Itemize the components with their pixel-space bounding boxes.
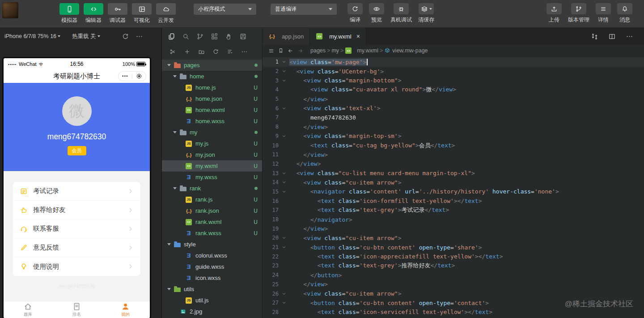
upload-button-box[interactable] — [547, 3, 562, 14]
fold-arrow-icon[interactable] — [279, 235, 289, 241]
user-avatar[interactable] — [2, 2, 18, 18]
fold-arrow-icon[interactable] — [279, 59, 289, 64]
menu-item-使用说明[interactable]: 使用说明 — [13, 257, 140, 276]
code-line-12[interactable]: 12 </view> — [263, 159, 644, 169]
code-line-15[interactable]: 15 <navigator class='content' url='../hi… — [263, 187, 644, 197]
tree-file-2.jpg[interactable]: 2.jpg — [162, 306, 262, 317]
menu-item-联系客服[interactable]: 联系客服 — [13, 219, 140, 238]
code-line-25[interactable]: 25 </view> — [263, 280, 644, 289]
code-line-17[interactable]: 17 <text class='text-grey'>考试记录</text> — [263, 206, 644, 215]
debugger-button[interactable]: 调试器 — [108, 3, 127, 24]
tree-file-rank.js[interactable]: JSrank.jsU — [162, 194, 262, 205]
code-line-10[interactable]: 10 <text class="cu-tag bg-yellow">会员</te… — [263, 141, 644, 150]
tree-file-home.wxss[interactable]: Ǝhome.wxssU — [162, 116, 262, 127]
compile-button[interactable]: 编译 — [347, 3, 363, 24]
compile-button-box[interactable] — [347, 3, 363, 14]
menu-item-推荐给好友[interactable]: 推荐给好友 — [13, 201, 140, 219]
more-menu-icon[interactable]: ••• — [119, 74, 132, 78]
tree-folder-pages[interactable]: pages — [162, 60, 262, 71]
tree-folder-my[interactable]: my — [162, 127, 262, 138]
code-line-26[interactable]: 26 <view class="cu-item arrow"> — [263, 289, 644, 298]
code-line-7[interactable]: 7 meng674782630 — [263, 113, 644, 122]
tree-file-home.wxml[interactable]: <>home.wxmlU — [162, 104, 262, 116]
hot-reload-dropdown[interactable]: 热重载 关 — [72, 33, 100, 40]
fold-arrow-icon[interactable] — [279, 189, 289, 194]
user-avatar-circle[interactable]: 微 — [62, 96, 92, 126]
breadcrumb-item-my[interactable]: my — [331, 47, 339, 54]
editor-button-box[interactable] — [84, 3, 103, 15]
search-icon[interactable] — [182, 33, 190, 40]
code-line-20[interactable]: 20 <view class="cu-item arrow"> — [263, 233, 644, 243]
expand-arrow-icon[interactable] — [173, 187, 177, 189]
code-line-21[interactable]: 21 <button class='cu-btn content' open-t… — [263, 243, 644, 252]
code-line-14[interactable]: 14 <view class="cu-item arrow"> — [263, 178, 644, 187]
editor-button[interactable]: 编辑器 — [84, 3, 103, 24]
code-line-23[interactable]: 23 <text class='text-grey'>推荐给好友</text> — [263, 261, 644, 271]
more-editor-icon[interactable] — [626, 33, 633, 40]
member-badge[interactable]: 会员 — [68, 146, 86, 155]
tree-file-my.js[interactable]: JSmy.jsU — [162, 138, 262, 149]
code-area[interactable]: 1<view class='mw-page'>2 <view class='UC… — [263, 56, 644, 318]
tree-file-home.json[interactable]: {..}home.jsonU — [162, 93, 262, 104]
simulator-button-box[interactable] — [59, 3, 79, 15]
split-editor-icon[interactable] — [608, 33, 616, 40]
fold-arrow-icon[interactable] — [279, 300, 289, 305]
code-line-18[interactable]: 18 </navigator> — [263, 215, 644, 224]
expand-arrow-icon[interactable] — [173, 131, 177, 133]
visualize-button[interactable]: 可视化 — [132, 3, 152, 24]
phone-tab-我的[interactable]: 我的 — [101, 301, 150, 318]
tree-folder-style[interactable]: style — [162, 239, 262, 250]
fold-arrow-icon[interactable] — [279, 106, 289, 111]
messages-button-box[interactable] — [617, 3, 632, 14]
code-line-9[interactable]: 9 <view class='margin-top-sm'> — [263, 132, 644, 141]
version-manage-button-box[interactable] — [571, 3, 586, 14]
new-folder-icon[interactable] — [198, 48, 205, 55]
messages-button[interactable]: 消息 — [617, 3, 632, 24]
breadcrumb-item-view.mw-page[interactable]: view.mw-page — [384, 47, 428, 54]
fold-arrow-icon[interactable] — [279, 245, 289, 250]
tree-file-my.wxml[interactable]: <>my.wxmlU — [162, 160, 262, 172]
fold-arrow-icon[interactable] — [279, 180, 289, 185]
code-line-4[interactable]: 4 <view class="cu-avatar xl round">微</vi… — [263, 85, 644, 95]
visualize-button-box[interactable] — [132, 3, 152, 15]
gesture-icon[interactable] — [225, 33, 233, 40]
cloud-dev-button[interactable]: 云开发 — [156, 3, 176, 24]
fold-arrow-icon[interactable] — [279, 78, 289, 83]
refresh-simulator-icon[interactable] — [122, 33, 129, 40]
phone-tab-题库[interactable]: 题库 — [4, 301, 52, 318]
outline-list-icon[interactable] — [268, 47, 275, 54]
tree-file-guide.wxss[interactable]: Ǝguide.wxss — [162, 261, 262, 272]
tree-file-colorui.wxss[interactable]: Ǝcolorui.wxss — [162, 250, 262, 261]
tree-file-icon.wxss[interactable]: Ǝicon.wxss — [162, 272, 262, 284]
compare-changes-icon[interactable] — [591, 33, 598, 40]
new-file-icon[interactable] — [184, 48, 191, 55]
upload-button[interactable]: 上传 — [547, 3, 562, 24]
breadcrumb-item-pages[interactable]: pages — [310, 47, 326, 54]
tree-folder-utils[interactable]: utils — [162, 284, 262, 295]
code-line-5[interactable]: 5 </view> — [263, 95, 644, 104]
tree-file-my.json[interactable]: {..}my.jsonU — [162, 149, 262, 160]
preview-button[interactable]: 预览 — [369, 3, 384, 24]
tree-file-rank.wxss[interactable]: Ǝrank.wxssU — [162, 228, 262, 239]
details-button-box[interactable] — [596, 3, 611, 14]
editor-tab-my.wxml[interactable]: <>my.wxml× — [310, 28, 366, 45]
simulator-button[interactable]: 模拟器 — [59, 3, 79, 24]
code-line-22[interactable]: 22 <text class='icon-appreciatefill text… — [263, 252, 644, 261]
fold-arrow-icon[interactable] — [279, 171, 289, 176]
code-line-24[interactable]: 24 </button> — [263, 271, 644, 280]
breadcrumb-item-my.wxml[interactable]: <>my.wxml — [345, 47, 378, 54]
compile-mode-dropdown[interactable]: 普通编译 — [271, 4, 337, 15]
fold-arrow-icon[interactable] — [279, 133, 289, 139]
editor-tab-app.json[interactable]: {..}app.json — [263, 28, 310, 45]
menu-item-考试记录[interactable]: 考试记录 — [13, 182, 140, 201]
close-circle-icon[interactable] — [132, 74, 146, 78]
expand-arrow-icon[interactable] — [167, 288, 171, 290]
more-simulator-icon[interactable] — [136, 33, 143, 40]
tree-file-rank.wxml[interactable]: <>rank.wxmlU — [162, 216, 262, 228]
code-line-8[interactable]: 8 </view> — [263, 122, 644, 132]
debugger-button-box[interactable] — [108, 3, 127, 15]
cloud-dev-button-box[interactable] — [156, 3, 176, 15]
tree-file-util.js[interactable]: JSutil.js — [162, 295, 262, 306]
code-line-6[interactable]: 6 <view class='text-xl'> — [263, 103, 644, 113]
more-tree-icon[interactable] — [241, 48, 248, 55]
